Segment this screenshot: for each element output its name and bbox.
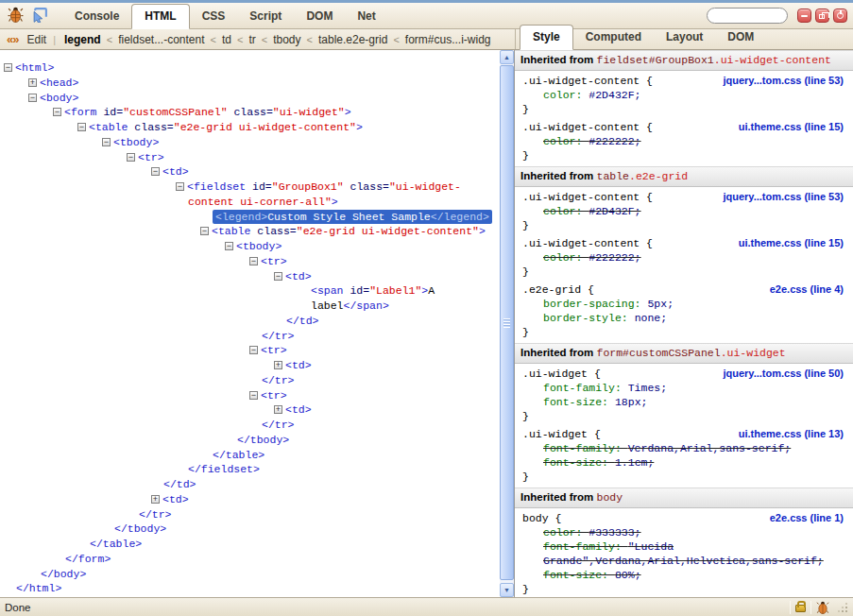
tab-net[interactable]: Net — [345, 5, 387, 28]
collapse-icon[interactable]: − — [127, 153, 135, 162]
tree-row[interactable]: −<tr> — [0, 150, 500, 165]
tab-css[interactable]: CSS — [190, 5, 238, 28]
tree-row[interactable]: content ui-corner-all"> — [0, 195, 500, 210]
tree-row[interactable]: −<form id="customCSSPanel" class="ui-wid… — [0, 105, 500, 120]
tree-row[interactable]: −<tr> — [0, 343, 500, 358]
side-tab-computed[interactable]: Computed — [573, 26, 654, 49]
tab-console[interactable]: Console — [62, 5, 131, 28]
collapse-icon[interactable]: − — [53, 108, 61, 116]
tree-row[interactable]: +<head> — [0, 76, 500, 91]
side-tab-style[interactable]: Style — [520, 25, 573, 50]
css-selector[interactable]: body { — [522, 511, 561, 525]
tree-row[interactable]: −<tr> — [0, 388, 500, 403]
edit-button[interactable]: Edit — [26, 33, 46, 46]
tree-row[interactable]: </tr> — [0, 373, 500, 388]
scroll-up-button[interactable]: ▲ — [500, 50, 514, 64]
css-property[interactable]: color: #2D432F; — [522, 204, 845, 218]
tree-row[interactable]: <span id="Label1">A — [0, 283, 500, 299]
collapse-icon[interactable]: − — [225, 242, 233, 250]
tree-row[interactable]: label</span> — [0, 299, 500, 314]
breadcrumb-item[interactable]: form#cus...i-widg — [403, 33, 493, 46]
tree-row[interactable]: −<td> — [0, 269, 500, 284]
firebug-status-icon[interactable] — [816, 601, 829, 614]
breadcrumb-item[interactable]: fieldset...-content — [116, 33, 206, 46]
inspect-element-icon[interactable] — [30, 6, 49, 25]
tree-row[interactable]: +<td> — [0, 492, 500, 507]
css-selector[interactable]: .ui-widget-content { — [522, 190, 653, 204]
collapse-icon[interactable]: − — [200, 227, 209, 235]
tree-row[interactable]: </tr> — [0, 329, 500, 344]
css-property[interactable]: font-family: Verdana,Arial,sans-serif; — [522, 441, 845, 455]
breadcrumb-item[interactable]: table.e2e-grid — [316, 33, 389, 46]
tree-row[interactable]: </html> — [0, 581, 500, 596]
detach-button[interactable] — [815, 9, 829, 23]
tree-row[interactable]: </tr> — [0, 418, 500, 433]
minimize-button[interactable] — [797, 9, 811, 23]
collapse-icon[interactable]: − — [102, 138, 111, 146]
css-selector[interactable]: .ui-widget { — [522, 427, 601, 441]
css-selector[interactable]: .ui-widget-content { — [522, 236, 653, 250]
tree-row[interactable]: −<fieldset id="GroupBox1" class="ui-widg… — [0, 180, 500, 195]
tree-row[interactable]: </fieldset> — [0, 462, 500, 477]
css-property[interactable]: border-style: none; — [522, 311, 845, 325]
lock-icon[interactable] — [795, 605, 806, 612]
breadcrumb-item[interactable]: td — [220, 33, 233, 46]
collapse-icon[interactable]: − — [249, 391, 258, 400]
collapse-icon[interactable]: − — [176, 182, 184, 191]
tree-row[interactable]: </tbody> — [0, 522, 500, 537]
collapse-icon[interactable]: − — [4, 63, 12, 72]
tree-row[interactable]: <legend>Custom Style Sheet Sample</legen… — [0, 210, 500, 225]
stylesheet-link[interactable]: ui.theme.css (line 15) — [739, 236, 845, 250]
collapse-icon[interactable]: − — [151, 167, 160, 176]
css-selector[interactable]: .ui-widget-content { — [522, 120, 653, 134]
expand-icon[interactable]: + — [274, 361, 282, 369]
tree-row[interactable]: −<table class="e2e-grid ui-widget-conten… — [0, 120, 500, 135]
collapse-icon[interactable]: − — [77, 123, 86, 131]
tree-row[interactable]: </form> — [0, 552, 500, 567]
stylesheet-link[interactable]: jquery...tom.css (line 53) — [723, 190, 845, 204]
breadcrumb-item[interactable]: tbody — [271, 33, 302, 46]
tree-row[interactable]: −<tr> — [0, 254, 500, 269]
tab-script[interactable]: Script — [237, 5, 294, 28]
tree-row[interactable]: −<table class="e2e-grid ui-widget-conten… — [0, 224, 500, 239]
selected-node[interactable]: <legend>Custom Style Sheet Sample</legen… — [213, 210, 492, 224]
collapse-icon[interactable]: − — [28, 94, 37, 102]
expand-icon[interactable]: + — [274, 405, 282, 414]
css-selector[interactable]: .e2e-grid { — [522, 282, 594, 297]
stylesheet-link[interactable]: jquery...tom.css (line 50) — [723, 367, 845, 381]
collapse-icon[interactable]: − — [249, 346, 258, 354]
stylesheet-link[interactable]: ui.theme.css (line 13) — [739, 427, 845, 441]
tree-row[interactable]: </tr> — [0, 507, 500, 522]
tree-row[interactable]: −<td> — [0, 164, 500, 180]
css-property[interactable]: font-size: 18px; — [522, 395, 845, 409]
stylesheet-link[interactable]: e2e.css (line 4) — [770, 282, 845, 297]
scrollbar-thumb[interactable] — [500, 65, 514, 580]
angle-brackets-icon[interactable]: «» — [0, 32, 26, 46]
css-property[interactable]: font-size: 80%; — [522, 568, 845, 582]
expand-icon[interactable]: + — [28, 78, 37, 87]
css-property[interactable]: font-family: "Lucida Grande",Verdana,Ari… — [522, 539, 845, 568]
tree-row[interactable]: </td> — [0, 477, 500, 492]
css-selector[interactable]: .ui-widget-content { — [522, 74, 653, 88]
tree-row[interactable]: </table> — [0, 448, 500, 463]
css-property[interactable]: font-family: Times; — [522, 381, 845, 395]
tree-row[interactable]: </table> — [0, 537, 500, 552]
css-property[interactable]: color: #333333; — [522, 525, 845, 539]
tree-row[interactable]: +<td> — [0, 402, 500, 418]
resize-grip[interactable] — [837, 602, 848, 613]
collapse-icon[interactable]: − — [274, 272, 282, 281]
breadcrumb-item[interactable]: tr — [247, 33, 257, 46]
expand-icon[interactable]: + — [151, 495, 160, 504]
search-input[interactable] — [707, 8, 788, 24]
collapse-icon[interactable]: − — [249, 257, 258, 265]
side-tab-layout[interactable]: Layout — [654, 26, 715, 49]
css-property[interactable]: font-size: 1.1em; — [522, 455, 845, 470]
tree-row[interactable]: </body> — [0, 567, 500, 582]
vertical-scrollbar[interactable]: ▲ ▼ — [500, 50, 514, 597]
tree-row[interactable]: −<tbody> — [0, 135, 500, 150]
stylesheet-link[interactable]: ui.theme.css (line 15) — [739, 120, 845, 134]
css-selector[interactable]: .ui-widget { — [522, 367, 601, 381]
power-button[interactable] — [833, 9, 847, 23]
css-property[interactable]: border-spacing: 5px; — [522, 297, 845, 311]
tree-row[interactable]: −<html> — [0, 60, 500, 76]
